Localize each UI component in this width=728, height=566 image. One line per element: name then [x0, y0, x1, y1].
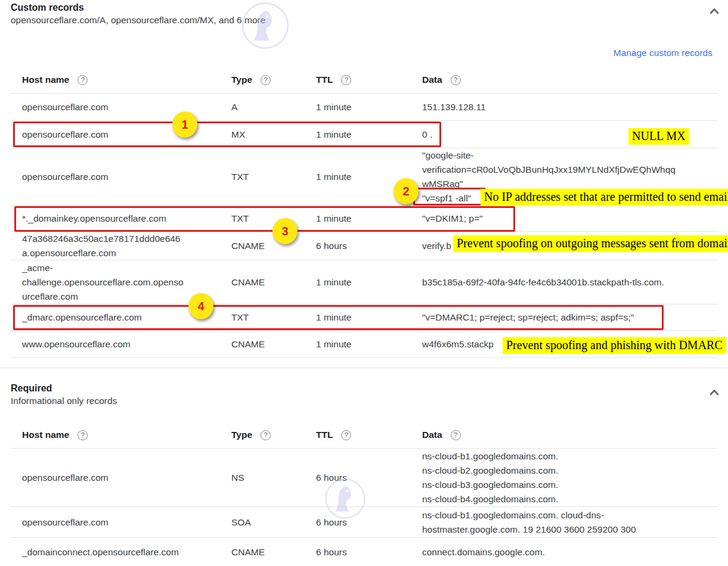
- column-header-ttl: TTL: [316, 74, 333, 85]
- section-subtitle-required: Informational only records: [11, 394, 717, 407]
- record-type: NS: [231, 471, 316, 485]
- record-ttl: 1 minute: [316, 337, 422, 352]
- table-row-acme-challenge-record: _acme- challenge.opensourceflare.com.ope…: [11, 260, 717, 304]
- table-row-domainconnect-record: _domainconnect.opensourceflare.com CNAME…: [11, 538, 717, 566]
- manage-custom-records-link[interactable]: Manage custom records: [614, 48, 712, 58]
- column-header-type: Type: [231, 430, 252, 440]
- record-type: MX: [231, 127, 316, 142]
- help-icon[interactable]: ?: [451, 75, 461, 85]
- record-type: CNAME: [231, 239, 316, 253]
- table-row-txt-record: opensourceflare.com TXT 1 minute "google…: [11, 148, 717, 206]
- column-header-host-name: Host name: [22, 430, 69, 440]
- help-icon[interactable]: ?: [78, 75, 88, 85]
- custom-table-header: Host name ? Type ? TTL ? Data ?: [11, 67, 717, 94]
- record-ttl: 1 minute: [316, 170, 422, 184]
- record-ttl: 1 minute: [316, 275, 422, 290]
- record-type: CNAME: [231, 275, 316, 290]
- record-type: TXT: [231, 212, 316, 226]
- column-header-data: Data: [422, 74, 442, 85]
- section-title-required: Required: [11, 382, 717, 394]
- record-host: _domainconnect.opensourceflare.com: [11, 545, 231, 559]
- record-type: A: [231, 100, 316, 114]
- help-icon[interactable]: ?: [261, 430, 271, 440]
- record-data: "v=DMARC1; p=reject; sp=reject; adkim=s;…: [422, 310, 717, 325]
- record-data: ns-cloud-b1.googledomains.com. cloud-dns…: [422, 508, 717, 537]
- help-icon[interactable]: ?: [341, 75, 351, 85]
- record-data: ns-cloud-b1.googledomains.com. ns-cloud-…: [422, 449, 717, 506]
- table-row-www-cname-record: www.opensourceflare.com CNAME 1 minute w…: [11, 331, 717, 358]
- record-host: opensourceflare.com: [11, 170, 231, 184]
- custom-records-header: Custom records opensourceflare.com/A, op…: [11, 0, 717, 26]
- column-header-ttl: TTL: [316, 430, 333, 440]
- table-row-verify-cname-record: 47a368246a3c50ac1e78171ddd0e646 a.openso…: [11, 232, 717, 260]
- record-ttl: 1 minute: [316, 127, 422, 142]
- record-host: opensourceflare.com: [11, 471, 231, 485]
- record-data: "google-site- verification=cR0oLVoQbJBun…: [422, 148, 717, 206]
- record-ttl: 6 hours: [316, 471, 422, 485]
- record-data: b35c185a-69f2-40fa-94fc-fe4c6b34001b.sta…: [422, 275, 717, 290]
- record-data: "v=DKIM1; p=": [422, 212, 717, 226]
- record-data: 0 .: [422, 127, 717, 142]
- record-host: opensourceflare.com: [11, 515, 231, 530]
- help-icon[interactable]: ?: [341, 430, 351, 440]
- table-row-soa-record: opensourceflare.com SOA 6 hours ns-cloud…: [11, 507, 717, 538]
- record-host: *._domainkey.opensourceflare.com: [11, 212, 231, 226]
- column-header-type: Type: [231, 74, 252, 85]
- record-ttl: 1 minute: [316, 100, 422, 114]
- table-row-a-record: opensourceflare.com A 1 minute 151.139.1…: [11, 94, 717, 121]
- table-row-domainkey-record: *._domainkey.opensourceflare.com TXT 1 m…: [11, 206, 717, 232]
- record-ttl: 1 minute: [316, 310, 422, 325]
- record-type: SOA: [231, 515, 316, 530]
- section-subtitle-custom-records: opensourceflare.com/A, opensourceflare.c…: [11, 14, 717, 26]
- required-table-header: Host name ? Type ? TTL ? Data ?: [11, 422, 717, 449]
- record-ttl: 6 hours: [316, 239, 422, 253]
- record-data: connect.domains.google.com.: [422, 545, 717, 559]
- column-header-host-name: Host name: [22, 74, 69, 85]
- help-icon[interactable]: ?: [261, 75, 271, 85]
- record-data: verify.b: [422, 239, 717, 253]
- record-host: _acme- challenge.opensourceflare.com.ope…: [11, 261, 231, 304]
- record-type: TXT: [231, 310, 316, 325]
- record-host: 47a368246a3c50ac1e78171ddd0e646 a.openso…: [11, 232, 231, 260]
- table-row-dmarc-record: _dmarc.opensourceflare.com TXT 1 minute …: [11, 304, 717, 331]
- record-ttl: 6 hours: [316, 545, 422, 559]
- record-data: 151.139.128.11: [422, 100, 717, 114]
- column-header-data: Data: [422, 430, 442, 440]
- record-data: w4f6x6m5.stackp: [422, 337, 717, 352]
- required-records-header: Required Informational only records: [11, 368, 717, 407]
- record-host: opensourceflare.com: [11, 127, 231, 142]
- record-host: www.opensourceflare.com: [11, 337, 231, 352]
- help-icon[interactable]: ?: [78, 430, 88, 440]
- dns-records-page: Custom records opensourceflare.com/A, op…: [0, 0, 728, 566]
- record-type: CNAME: [231, 337, 316, 352]
- table-row-mx-record: opensourceflare.com MX 1 minute 0 .: [11, 121, 717, 148]
- record-ttl: 1 minute: [316, 212, 422, 226]
- record-ttl: 6 hours: [316, 515, 422, 530]
- record-host: opensourceflare.com: [11, 100, 231, 114]
- help-icon[interactable]: ?: [451, 430, 461, 440]
- record-type: TXT: [231, 170, 316, 184]
- chevron-up-icon[interactable]: [707, 386, 721, 400]
- table-row-ns-record: opensourceflare.com NS 6 hours ns-cloud-…: [11, 449, 717, 507]
- record-type: CNAME: [231, 545, 316, 559]
- record-host: _dmarc.opensourceflare.com: [11, 310, 231, 325]
- chevron-up-icon[interactable]: [707, 5, 721, 19]
- section-title-custom-records: Custom records: [11, 2, 717, 14]
